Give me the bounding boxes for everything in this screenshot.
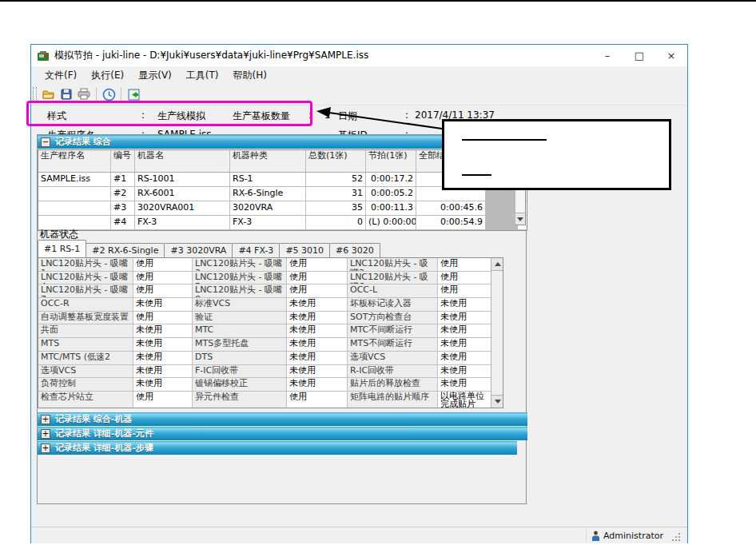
status-row[interactable]: MTC/MTS (低速2未使用DTS未使用选项VCS未使用 [38,352,503,365]
status-item-value[interactable]: 使用 [133,312,193,324]
status-item-value[interactable]: 使用 [438,258,491,271]
menu-item-help[interactable]: 帮助(H) [226,66,274,85]
scroll-up-button[interactable] [491,258,503,271]
summary-cell[interactable]: SAMPLE.iss [38,173,111,186]
status-item-label[interactable]: LNC120贴片头 - 吸嘴4 [38,272,133,284]
tab-machine-6[interactable]: #6 3020 [329,243,380,257]
status-item-value[interactable]: 未使用 [287,324,348,337]
expand-plus-button[interactable]: + [41,429,50,439]
status-item-label[interactable]: LNC120贴片头 - 吸嘴5 [193,272,287,284]
status-item-value[interactable]: 未使用 [438,324,491,337]
status-item-label[interactable]: MTS [38,338,133,351]
summary-cell[interactable]: 31 [306,187,366,201]
summary-cell[interactable]: 0:00:17.2 [366,173,416,186]
status-item-label[interactable]: 负荷控制 [38,378,133,391]
summary-cell[interactable]: (L) 0:00:00.0 [366,216,416,229]
summary-cell[interactable]: 35 [306,201,366,215]
status-item-value[interactable]: 使用 [287,284,348,297]
status-row[interactable]: MTS未使用MTS多型托盘未使用MTS不间断运行未使用 [38,338,503,352]
summary-cell[interactable] [38,201,111,215]
title-bar[interactable]: 模拟节拍 - juki-line - D:¥Juki¥users¥data¥ju… [31,45,687,66]
minimize-button[interactable]: – [591,45,623,66]
status-row[interactable]: LNC120贴片头 - 吸嘴4使用LNC120贴片头 - 吸嘴5使用LNC120… [38,272,503,285]
summary-cell[interactable]: FX-3 [230,216,306,229]
status-item-label[interactable]: 坏板标记读入器 [348,298,438,311]
status-item-value[interactable]: 未使用 [133,378,193,391]
summary-cell[interactable]: 52 [306,173,366,186]
status-item-label[interactable]: OCC-R [38,298,133,311]
status-row[interactable]: 检查芯片站立使用异元件检查使用矩阵电路的贴片顺序以电路单位完成贴片 [38,392,503,408]
status-item-value[interactable]: 使用 [438,272,491,284]
status-row[interactable]: 自动调整基板宽度装置使用验证未使用SOT方向检查台未使用 [38,312,503,325]
summary-cell[interactable]: #3 [111,201,135,215]
status-item-label[interactable]: F-IC回收带 [193,365,287,378]
summary-cell[interactable]: #4 [111,216,135,229]
expand-plus-button[interactable]: + [41,415,50,424]
summary-cell[interactable]: 3020VRA [230,201,306,215]
resize-grip[interactable] [671,532,681,542]
summary-cell[interactable]: 0:00:11.3 [366,201,416,215]
status-item-label[interactable]: MTS多型托盘 [193,338,287,351]
status-item-value[interactable]: 使用 [133,272,193,284]
status-item-value[interactable]: 未使用 [287,312,348,324]
status-item-value[interactable]: 使用 [438,284,491,297]
status-row[interactable]: 选项VCS未使用F-IC回收带未使用R-IC回收带未使用 [38,365,503,379]
status-item-label[interactable]: LNC120贴片头 - 吸嘴7 [38,284,133,297]
status-item-label[interactable]: 矩阵电路的贴片顺序 [348,392,438,408]
status-item-label[interactable]: MTC [193,324,287,337]
status-item-label[interactable]: LNC120贴片头 - 吸嘴2 [193,258,287,271]
status-item-label[interactable]: 共面 [38,324,133,337]
status-item-label[interactable]: 标准VCS [193,298,287,311]
tab-machine-3[interactable]: #3 3020VRA [164,243,233,257]
summary-row[interactable]: #33020VRA0013020VRA350:00:11.30:00:45.6 [38,201,527,216]
status-item-value[interactable]: 使用 [287,258,348,271]
status-item-label[interactable]: MTC/MTS (低速2 [38,352,133,364]
section-collapsed-header-3[interactable]: +记录结果 详细-机器-步骤 [38,441,517,455]
status-item-label[interactable]: SOT方向检查台 [348,312,438,324]
status-item-label[interactable]: R-IC回收带 [348,365,438,378]
close-button[interactable]: × [655,45,687,66]
maximize-button[interactable]: □ [623,45,655,66]
summary-cell[interactable]: FX-3 [135,216,230,229]
status-item-label[interactable]: OCC-L [348,284,438,297]
summary-cell[interactable] [38,187,111,201]
status-item-value[interactable]: 未使用 [287,298,348,311]
expand-plus-button[interactable]: + [41,444,50,453]
status-item-label[interactable]: 异元件检查 [193,392,287,408]
status-item-label[interactable]: 自动调整基板宽度装置 [38,312,133,324]
summary-cell[interactable]: RX-6001 [135,187,230,201]
status-item-value[interactable]: 未使用 [133,298,193,311]
status-item-value[interactable]: 以电路单位完成贴片 [438,392,491,408]
status-item-value[interactable]: 未使用 [287,338,348,351]
status-row[interactable]: 负荷控制未使用镀锡偏移校正未使用贴片后的释放检查未使用 [38,378,503,392]
status-item-label[interactable]: 验证 [193,312,287,324]
status-item-value[interactable]: 未使用 [133,324,193,337]
status-item-value[interactable]: 未使用 [438,338,491,351]
summary-cell[interactable]: RS-1 [230,173,306,186]
scroll-down-button[interactable] [515,213,525,225]
status-item-value[interactable]: 未使用 [438,378,491,391]
summary-cell[interactable]: #1 [111,173,135,186]
status-item-label[interactable]: MTS不间断运行 [348,338,438,351]
menu-item-view[interactable]: 显示(V) [131,66,179,85]
collapse-minus-button[interactable]: − [41,137,50,147]
summary-cell[interactable]: #2 [111,187,135,201]
tab-machine-5[interactable]: #5 3010 [279,243,330,257]
status-item-label[interactable]: DTS [193,352,287,364]
status-item-value[interactable]: 使用 [287,392,348,408]
status-item-value[interactable]: 未使用 [438,352,491,364]
status-item-label[interactable]: 选项VCS [38,365,133,378]
toolbar-grip[interactable] [33,87,37,101]
status-item-label[interactable]: 检查芯片站立 [38,392,133,408]
status-item-value[interactable]: 使用 [133,392,193,408]
status-row[interactable]: 共面未使用MTC未使用MTC不间断运行未使用 [38,324,503,338]
status-item-label[interactable]: LNC120贴片头 - 吸嘴3 [348,258,438,271]
section-collapsed-header-1[interactable]: +记录结果 综合-机器 [38,412,527,426]
status-item-value[interactable]: 未使用 [287,365,348,378]
status-item-label[interactable]: 贴片后的释放检查 [348,378,438,391]
status-item-label[interactable]: 镀锡偏移校正 [193,378,287,391]
summary-cell[interactable]: 0:00:54.9 [416,216,486,229]
status-item-value[interactable]: 未使用 [287,352,348,364]
summary-cell[interactable]: RS-1001 [135,173,230,186]
summary-cell[interactable]: 0:00:45.6 [416,201,486,215]
